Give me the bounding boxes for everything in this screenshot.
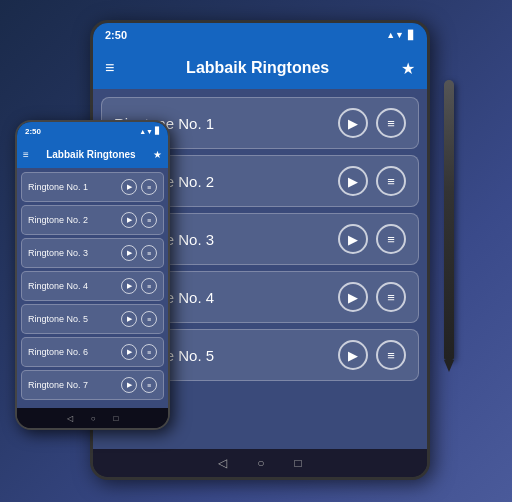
battery-icon: ▊ <box>408 30 415 40</box>
recent-button[interactable]: □ <box>295 456 302 470</box>
play-button[interactable]: ▶ <box>338 224 368 254</box>
phone-app-title: Labbaik Ringtones <box>35 149 147 160</box>
phone-back-button[interactable]: ◁ <box>67 414 73 423</box>
options-button[interactable]: ≡ <box>376 108 406 138</box>
options-button[interactable]: ≡ <box>141 245 157 261</box>
phone-recent-button[interactable]: □ <box>114 414 119 423</box>
play-button[interactable]: ▶ <box>338 282 368 312</box>
home-button[interactable]: ○ <box>257 456 264 470</box>
item-actions: ▶ ≡ <box>121 377 157 393</box>
tablet-status-bar: 2:50 ▲▼ ▊ <box>93 23 427 47</box>
list-item[interactable]: Ringtone No. 4 ▶ ≡ <box>21 271 164 301</box>
phone-status-icons: ▲▼ ▊ <box>139 127 160 135</box>
ringtone-label: Ringtone No. 5 <box>28 314 88 324</box>
phone-time: 2:50 <box>25 127 41 136</box>
ringtone-label: Ringtone No. 7 <box>28 380 88 390</box>
play-button[interactable]: ▶ <box>121 212 137 228</box>
play-button[interactable]: ▶ <box>338 108 368 138</box>
phone-wifi-icon: ▲▼ <box>139 128 153 135</box>
back-button[interactable]: ◁ <box>218 456 227 470</box>
item-actions: ▶ ≡ <box>338 340 406 370</box>
ringtone-label: Ringtone No. 1 <box>28 182 88 192</box>
item-actions: ▶ ≡ <box>121 344 157 360</box>
play-button[interactable]: ▶ <box>121 245 137 261</box>
play-button[interactable]: ▶ <box>121 377 137 393</box>
play-button[interactable]: ▶ <box>121 344 137 360</box>
item-actions: ▶ ≡ <box>121 245 157 261</box>
options-button[interactable]: ≡ <box>141 344 157 360</box>
item-actions: ▶ ≡ <box>121 278 157 294</box>
item-actions: ▶ ≡ <box>338 224 406 254</box>
options-button[interactable]: ≡ <box>376 166 406 196</box>
options-button[interactable]: ≡ <box>141 179 157 195</box>
item-actions: ▶ ≡ <box>121 179 157 195</box>
list-item[interactable]: Ringtone No. 2 ▶ ≡ <box>21 205 164 235</box>
phone-toolbar: ≡ Labbaik Ringtones ★ <box>17 140 168 168</box>
stylus <box>444 80 454 360</box>
ringtone-label: Ringtone No. 6 <box>28 347 88 357</box>
ringtone-label: Ringtone No. 4 <box>28 281 88 291</box>
ringtone-label: Ringtone No. 3 <box>28 248 88 258</box>
item-actions: ▶ ≡ <box>338 166 406 196</box>
phone-menu-icon[interactable]: ≡ <box>23 149 29 160</box>
options-button[interactable]: ≡ <box>141 278 157 294</box>
options-button[interactable]: ≡ <box>141 311 157 327</box>
phone-list: Ringtone No. 1 ▶ ≡ Ringtone No. 2 ▶ ≡ Ri… <box>17 168 168 408</box>
play-button[interactable]: ▶ <box>121 278 137 294</box>
menu-icon[interactable]: ≡ <box>105 59 114 77</box>
tablet-nav-bar: ◁ ○ □ <box>93 449 427 477</box>
options-button[interactable]: ≡ <box>376 340 406 370</box>
tablet-toolbar: ≡ Labbaik Ringtones ★ <box>93 47 427 89</box>
phone: 2:50 ▲▼ ▊ ≡ Labbaik Ringtones ★ Ringtone… <box>15 120 170 430</box>
play-button[interactable]: ▶ <box>121 311 137 327</box>
play-button[interactable]: ▶ <box>121 179 137 195</box>
play-button[interactable]: ▶ <box>338 340 368 370</box>
item-actions: ▶ ≡ <box>338 282 406 312</box>
item-actions: ▶ ≡ <box>121 212 157 228</box>
list-item[interactable]: Ringtone No. 6 ▶ ≡ <box>21 337 164 367</box>
play-button[interactable]: ▶ <box>338 166 368 196</box>
wifi-icon: ▲▼ <box>386 30 404 40</box>
item-actions: ▶ ≡ <box>121 311 157 327</box>
phone-home-button[interactable]: ○ <box>91 414 96 423</box>
options-button[interactable]: ≡ <box>141 212 157 228</box>
list-item[interactable]: Ringtone No. 7 ▶ ≡ <box>21 370 164 400</box>
options-button[interactable]: ≡ <box>376 282 406 312</box>
phone-star-icon[interactable]: ★ <box>153 149 162 160</box>
phone-status-bar: 2:50 ▲▼ ▊ <box>17 122 168 140</box>
tablet-time: 2:50 <box>105 29 127 41</box>
ringtone-label: Ringtone No. 2 <box>28 215 88 225</box>
tablet-status-icons: ▲▼ ▊ <box>386 30 415 40</box>
stylus-tip <box>444 360 454 372</box>
options-button[interactable]: ≡ <box>141 377 157 393</box>
list-item[interactable]: Ringtone No. 3 ▶ ≡ <box>21 238 164 268</box>
list-item[interactable]: Ringtone No. 5 ▶ ≡ <box>21 304 164 334</box>
options-button[interactable]: ≡ <box>376 224 406 254</box>
phone-nav-bar: ◁ ○ □ <box>17 408 168 428</box>
phone-battery-icon: ▊ <box>155 127 160 135</box>
star-icon[interactable]: ★ <box>401 59 415 78</box>
list-item[interactable]: Ringtone No. 1 ▶ ≡ <box>21 172 164 202</box>
item-actions: ▶ ≡ <box>338 108 406 138</box>
tablet-app-title: Labbaik Ringtones <box>124 59 391 77</box>
